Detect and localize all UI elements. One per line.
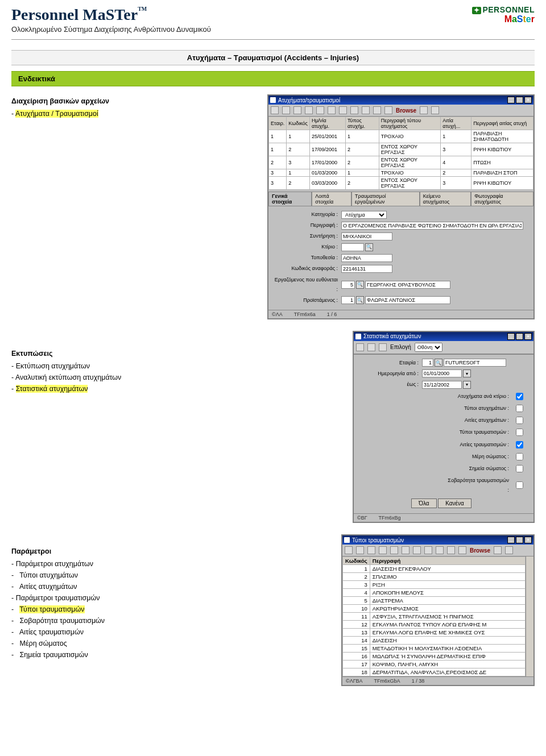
tab-1[interactable]: Λοιπά στοιχεία xyxy=(312,192,351,206)
disk-icon[interactable] xyxy=(431,106,439,114)
minimize-button[interactable]: _ xyxy=(507,97,515,103)
calendar-icon[interactable]: ▾ xyxy=(463,381,471,389)
output-select[interactable]: Οθόνη xyxy=(415,343,442,352)
delete-icon[interactable] xyxy=(413,546,421,554)
maximize-button[interactable]: □ xyxy=(516,97,523,103)
checkbox[interactable] xyxy=(516,393,523,400)
grid-header[interactable]: Περιγραφή τύπου ατυχήματος xyxy=(379,117,440,130)
list-item[interactable]: 11ΑΣΦΥΞΙΑ, ΣΤΡΑΓΓΑΛΙΣΜΟΣ Ή ΠΝΙΓΜΟΣ xyxy=(343,613,526,621)
nav-next-icon[interactable] xyxy=(367,546,375,554)
undo-icon[interactable] xyxy=(350,106,358,114)
lookup-icon[interactable]: 🔍 xyxy=(435,359,442,367)
checkbox[interactable] xyxy=(516,465,523,472)
checkbox[interactable] xyxy=(516,441,523,448)
checkbox[interactable] xyxy=(516,481,523,489)
print-icon[interactable] xyxy=(373,106,381,114)
scrollbar[interactable] xyxy=(526,556,533,676)
list-item[interactable]: 14ΔΙΑΣΕΙΣΗ xyxy=(343,637,526,645)
select-none-button[interactable]: Κανένα xyxy=(438,499,471,508)
grid-header[interactable]: Περιγραφή αιτίας ατυχή xyxy=(471,117,533,130)
tab-2[interactable]: Τραυματισμοί εργαζομένων xyxy=(351,192,420,206)
checkbox[interactable] xyxy=(516,405,523,412)
table-row[interactable]: 3203/03/20002ΕΝΤΟΣ ΧΩΡΟΥ ΕΡΓΑΣΙΑΣ3ΡΙΨΗ Κ… xyxy=(269,177,533,190)
build-input[interactable] xyxy=(341,243,364,251)
list-item[interactable]: 13ΕΓΚΑΥΜΑ ΛΟΓΩ ΕΠΑΦΗΣ ΜΕ ΧΗΜΙΚΕΣ ΟΥΣ xyxy=(343,629,526,637)
copy-icon[interactable] xyxy=(379,343,387,351)
lookup-icon[interactable]: 🔍 xyxy=(356,296,364,304)
sup-code-input[interactable] xyxy=(341,296,355,304)
resp-name-input[interactable] xyxy=(365,281,450,289)
grid-header[interactable]: Αιτία ατυχή... xyxy=(441,117,471,130)
grid-header[interactable]: Τύπος ατυχήμ. xyxy=(345,117,379,130)
srv-input[interactable] xyxy=(341,232,392,240)
minimize-button[interactable]: _ xyxy=(507,333,515,340)
search-icon[interactable] xyxy=(436,546,444,554)
nav-last-icon[interactable] xyxy=(305,106,313,114)
lookup-icon[interactable]: 🔍 xyxy=(356,281,364,289)
browse-label[interactable]: Browse xyxy=(470,547,490,554)
add-icon[interactable] xyxy=(390,546,398,554)
col-desc[interactable]: Περιγραφή xyxy=(370,557,525,565)
table-row[interactable]: 1125/01/20011ΤΡΟΧΑΙΟ1ΠΑΡΑΒΙΑΣΗ ΣΗΜΑΤΟΔΟΤ… xyxy=(269,130,533,143)
delete-icon[interactable] xyxy=(339,106,347,114)
checkbox[interactable] xyxy=(516,453,523,460)
list-item[interactable]: 16ΜΩΛΩΠΑΣ Ή ΣΥΝΘΛΙΨΗ ΔΕΡΜΑΤΙΚΗΣ ΕΠΙΦ xyxy=(343,653,526,661)
list-item[interactable]: 15ΜΕΤΑΔΟΤΙΚΗ Ή ΜΟΛΥΣΜΑΤΙΚΗ ΑΣΘΕΝΕΙΑ xyxy=(343,645,526,653)
checkbox[interactable] xyxy=(516,429,523,436)
save-icon[interactable] xyxy=(494,546,502,554)
nav-last-icon[interactable] xyxy=(379,546,387,554)
list-item[interactable]: 10ΑΚΡΩΤΗΡΙΑΣΜΟΣ xyxy=(343,605,526,613)
to-input[interactable] xyxy=(422,381,462,389)
grid-header[interactable]: Ημ/νία ατυχήμ. xyxy=(309,117,345,130)
list-item[interactable]: 4ΑΠΟΚΟΠΗ ΜΕΛΟΥΣ xyxy=(343,589,526,597)
from-input[interactable] xyxy=(422,369,462,377)
stop-icon[interactable] xyxy=(384,106,392,114)
nav-first-icon[interactable] xyxy=(271,106,279,114)
loc-input[interactable] xyxy=(341,254,392,262)
nav-first-icon[interactable] xyxy=(345,546,353,554)
list-item[interactable]: 1ΔΙΑΣΕΙΣΗ ΕΓΚΕΦΑΛΟΥ xyxy=(343,565,526,573)
ref-input[interactable] xyxy=(341,265,392,273)
win-injury-types-list[interactable]: Κωδικός Περιγραφή 1ΔΙΑΣΕΙΣΗ ΕΓΚΕΦΑΛΟΥ2ΣΠ… xyxy=(342,556,533,676)
browse-label[interactable]: Browse xyxy=(396,107,416,114)
print-icon[interactable] xyxy=(447,546,455,554)
print-icon[interactable] xyxy=(356,343,364,351)
list-item[interactable]: 17ΚΟΨΙΜΟ, ΠΛΗΓΗ, ΑΜΥΧΗ xyxy=(343,661,526,668)
win-accidents-titlebar[interactable]: Ατυχήματα/τραυματισμοί _ □ × xyxy=(268,95,533,105)
table-row[interactable]: 2317/01/20002ΕΝΤΟΣ ΧΩΡΟΥ ΕΡΓΑΣΙΑΣ4ΠΤΩΣΗ xyxy=(269,156,533,169)
save-icon[interactable] xyxy=(420,106,428,114)
nav-prev-icon[interactable] xyxy=(282,106,290,114)
sup-name-input[interactable] xyxy=(365,296,450,304)
add-icon[interactable] xyxy=(316,106,324,114)
tab-0[interactable]: Γενικά στοιχεία xyxy=(268,192,312,206)
minimize-button[interactable]: _ xyxy=(507,537,515,543)
list-item[interactable]: 18ΔΕΡΜΑΤΙΤΙΔΑ, ΑΝΑΦΥΛΑΞΙΑ,ΕΡΕΘΙΣΜΟΣ ΔΕ xyxy=(343,668,526,676)
nav-next-icon[interactable] xyxy=(293,106,301,114)
tab-3[interactable]: Κείμενο ατυχήματος xyxy=(420,192,471,206)
close-button[interactable]: × xyxy=(524,537,532,543)
grid-header[interactable]: Κωδικός xyxy=(287,117,310,130)
edit-icon[interactable] xyxy=(402,546,410,554)
maximize-button[interactable]: □ xyxy=(516,537,523,543)
close-button[interactable]: × xyxy=(524,333,532,340)
grid-header[interactable]: Εταιρ. xyxy=(269,117,287,130)
tab-4[interactable]: Φωτογραφία ατυχήματος xyxy=(471,192,533,206)
list-item[interactable]: 2ΣΠΑΣΙΜΟ xyxy=(343,573,526,581)
win-accidents-grid[interactable]: Εταιρ.ΚωδικόςΗμ/νία ατυχήμ.Τύπος ατυχήμ.… xyxy=(268,117,533,190)
cat-select[interactable]: Ατύχημα xyxy=(341,211,387,219)
table-row[interactable]: 1217/09/20012ΕΝΤΟΣ ΧΩΡΟΥ ΕΡΓΑΣΙΑΣ3ΡΙΨΗ Κ… xyxy=(269,143,533,156)
company-name-input[interactable] xyxy=(444,359,506,367)
list-item[interactable]: 12ΕΓΚΑΥΜΑ ΠΑΝΤΟΣ ΤΥΠΟΥ ΛΟΓΩ ΕΠΑΦΗΣ Μ xyxy=(343,621,526,629)
calendar-icon[interactable]: ▾ xyxy=(463,369,471,377)
company-code-input[interactable] xyxy=(422,359,433,367)
edit-icon[interactable] xyxy=(328,106,336,114)
undo-icon[interactable] xyxy=(424,546,432,554)
resp-code-input[interactable] xyxy=(341,281,355,289)
stop-icon[interactable] xyxy=(458,546,466,554)
select-all-button[interactable]: Όλα xyxy=(411,499,436,508)
win-injury-types-titlebar[interactable]: Τύποι τραυματισμών _ □ × xyxy=(342,535,533,545)
col-code[interactable]: Κωδικός xyxy=(343,557,370,565)
maximize-button[interactable]: □ xyxy=(516,333,523,340)
save-icon[interactable] xyxy=(367,343,375,351)
disk-icon[interactable] xyxy=(505,546,513,554)
